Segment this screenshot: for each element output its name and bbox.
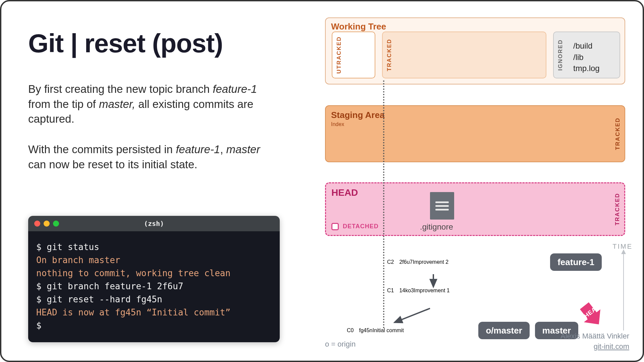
commit-label: C1 xyxy=(387,288,394,294)
detached-checkbox-icon xyxy=(331,223,339,230)
emphasis: master xyxy=(226,143,260,156)
term-line: $ git branch feature-1 2f6u7 xyxy=(36,280,272,293)
detached-label: DETACHED xyxy=(343,223,379,230)
text: By first creating the new topic branch xyxy=(28,83,213,95)
commit-label: C2 xyxy=(387,259,394,265)
ignored-files: /build /lib tmp.log xyxy=(573,40,600,74)
term-line: HEAD is now at fg45n “Initial commit” xyxy=(36,306,272,319)
terminal-window: (zsh) $ git status On branch master noth… xyxy=(28,216,280,342)
untracked-box: UTRACKED xyxy=(332,32,375,78)
time-arrow-icon xyxy=(623,253,624,330)
author-name: Alexis Määttä Vinkler xyxy=(560,331,629,342)
gitignore-label: .gitignore xyxy=(420,222,453,232)
working-tree-title: Working Tree xyxy=(331,21,386,32)
staging-panel: Staging Area Index TRACKED xyxy=(325,105,625,162)
emphasis: feature-1 xyxy=(213,83,257,95)
emphasis: master, xyxy=(99,98,135,110)
svg-line-1 xyxy=(394,308,430,322)
credit: Alexis Määttä Vinkler git-init.com xyxy=(560,331,629,352)
commit-message: Initial commit xyxy=(373,327,404,334)
head-panel: HEAD DETACHED TRACKED .gitignore xyxy=(325,182,625,236)
text: from the tip of xyxy=(28,98,99,110)
text: can now be reset to its initial state. xyxy=(28,158,197,171)
term-line: $ git reset --hard fg45n xyxy=(36,293,272,306)
commit-c1-row: C1 14ko3 Improvement 1 xyxy=(387,288,565,294)
term-line: $ xyxy=(36,319,272,332)
tracked-label: TRACKED xyxy=(386,39,393,71)
commit-hash: 2f6u7 xyxy=(399,259,413,265)
head-title: HEAD xyxy=(331,187,358,198)
terminal-title: (zsh) xyxy=(28,220,280,228)
staging-tracked-label: TRACKED xyxy=(614,117,621,150)
text: , xyxy=(220,143,226,156)
staging-title: Staging Area xyxy=(331,110,384,120)
file-icon xyxy=(430,192,454,220)
history-dotted-line xyxy=(383,80,384,328)
branch-pill-origin-master: o/master xyxy=(478,322,529,339)
term-line: On branch master xyxy=(36,254,272,267)
emphasis: feature-1 xyxy=(176,143,220,156)
commit-hash: 14ko3 xyxy=(399,288,414,294)
terminal-body: $ git status On branch master nothing to… xyxy=(28,231,280,342)
slide-frame: Git | reset (post) By first creating the… xyxy=(0,0,644,362)
head-tracked-label: TRACKED xyxy=(614,193,621,225)
term-line: nothing to commit, working tree clean xyxy=(36,267,272,280)
commit-message: Improvement 2 xyxy=(413,259,449,265)
commit-hash: fg45n xyxy=(359,327,372,334)
tracked-box: TRACKED xyxy=(382,32,546,78)
page-title: Git | reset (post) xyxy=(28,28,223,59)
commit-message: Improvement 1 xyxy=(414,288,450,294)
ignored-label: IGNORED xyxy=(557,39,564,70)
origin-note: o = origin xyxy=(325,340,356,349)
staging-sub: Index xyxy=(331,121,344,127)
term-line: $ git status xyxy=(36,241,272,254)
paragraph-1: By first creating the new topic branch f… xyxy=(28,82,276,127)
commit-label: C0 xyxy=(347,327,354,334)
terminal-titlebar: (zsh) xyxy=(28,216,280,231)
text: With the commits persisted in xyxy=(28,143,176,156)
ignored-box: IGNORED /build /lib tmp.log xyxy=(553,32,620,78)
author-site[interactable]: git-init.com xyxy=(560,342,629,352)
head-arrow-text: HEAD xyxy=(583,303,601,319)
commit-c2-row: C2 2f6u7 Improvement 2 feature-1 xyxy=(387,253,602,271)
untracked-label: UTRACKED xyxy=(336,36,342,73)
paragraph-2: With the commits persisted in feature-1,… xyxy=(28,142,276,172)
branch-pill-feature1: feature-1 xyxy=(550,253,602,271)
